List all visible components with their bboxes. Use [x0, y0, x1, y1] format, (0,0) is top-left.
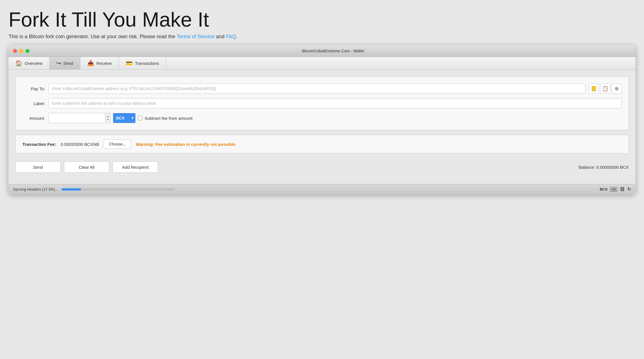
transactions-icon: 💳 — [126, 60, 133, 67]
subtitle-and-word: and — [216, 34, 224, 39]
balance-label: Balance: — [579, 165, 595, 170]
paste-button[interactable]: 📋 — [600, 84, 610, 94]
page-title: Fork It Till You Make It — [8, 8, 636, 31]
clear-address-button[interactable]: ⊗ — [611, 84, 622, 94]
titlebar: BitcoinCobaltExtreme Core - Wallet — [8, 45, 636, 57]
tab-overview-label: Overview — [25, 61, 42, 66]
main-content: Pay To: 📒 📋 ⊗ Label: — [8, 70, 636, 184]
pay-to-buttons: 📒 📋 ⊗ — [589, 84, 622, 94]
send-icon: ↪ — [56, 60, 61, 67]
label-input[interactable] — [48, 98, 622, 108]
toolbar: 🏠 Overview ↪ Send 📥 Receive 💳 Transactio… — [8, 57, 636, 70]
tab-send-label: Send — [63, 61, 73, 66]
status-bar: Syncing Headers (17.3%)... BCX HD ⛓ ↻ — [8, 184, 636, 194]
overview-icon: 🏠 — [15, 60, 22, 67]
label-label: Label: — [22, 101, 45, 106]
close-button[interactable] — [13, 49, 17, 53]
clear-all-button[interactable]: Clear All — [64, 161, 109, 173]
sync-progress-track — [61, 188, 175, 191]
sync-progress-fill — [61, 188, 81, 191]
address-book-icon: 📒 — [591, 86, 597, 92]
hd-badge: HD — [610, 187, 617, 192]
pay-to-label: Pay To: — [22, 86, 45, 91]
wallet-window: BitcoinCobaltExtreme Core - Wallet 🏠 Ove… — [8, 45, 636, 194]
tab-transactions-label: Transactions — [135, 61, 159, 66]
window-title: BitcoinCobaltExtreme Core - Wallet — [35, 49, 631, 53]
amount-input[interactable] — [48, 113, 105, 123]
amount-spinner[interactable]: ▲ ▼ — [105, 113, 111, 123]
currency-select[interactable]: BCX — [113, 113, 136, 123]
action-bar: Send Clear All Add Recipient Balance: 0.… — [15, 158, 629, 177]
subtitle-period: . — [236, 34, 238, 39]
spinner-up-icon: ▲ — [107, 115, 109, 118]
paste-icon: 📋 — [602, 86, 608, 92]
send-form: Pay To: 📒 📋 ⊗ Label: — [15, 76, 629, 130]
fee-box: Transaction Fee: 0.00020000 BCX/kB Choos… — [15, 135, 629, 153]
status-currency-label: BCX — [600, 187, 607, 191]
fee-value: 0.00020000 BCX/kB — [61, 142, 99, 147]
receive-icon: 📥 — [87, 60, 94, 67]
fee-label: Transaction Fee: — [22, 142, 56, 147]
amount-controls: ▲ ▼ BCX ⬍ Subtract fee from amount — [48, 113, 192, 123]
page-subtitle: This is a Bitcoin fork coin generator. U… — [8, 34, 636, 40]
maximize-button[interactable] — [25, 49, 29, 53]
subtract-fee-checkbox[interactable] — [138, 116, 142, 120]
currency-select-wrap: BCX ⬍ — [113, 113, 136, 123]
network-icon[interactable]: ⛓ — [620, 187, 624, 192]
sync-status-text: Syncing Headers (17.3%)... — [13, 187, 58, 191]
choose-fee-button[interactable]: Choose... — [104, 140, 131, 149]
tab-overview[interactable]: 🏠 Overview — [8, 57, 50, 69]
pay-to-input[interactable] — [48, 84, 585, 94]
amount-label: Amount: — [22, 116, 45, 121]
amount-input-wrap: ▲ ▼ — [48, 113, 111, 123]
subtract-fee-label[interactable]: Subtract fee from amount — [138, 116, 192, 121]
spinner-down-icon: ▼ — [107, 118, 109, 121]
refresh-icon[interactable]: ↻ — [627, 187, 631, 192]
clear-address-icon: ⊗ — [615, 86, 619, 92]
pay-to-row: Pay To: 📒 📋 ⊗ — [22, 84, 622, 94]
add-recipient-button[interactable]: Add Recipient — [113, 161, 158, 173]
minimize-button[interactable] — [19, 49, 23, 53]
tab-transactions[interactable]: 💳 Transactions — [119, 57, 166, 69]
label-row: Label: — [22, 98, 622, 108]
fee-warning: Warning: Fee estimation is currently not… — [136, 142, 236, 147]
faq-link[interactable]: FAQ — [226, 34, 236, 39]
terms-of-service-link[interactable]: Terms of Service — [177, 34, 215, 39]
subtitle-text: This is a Bitcoin fork coin generator. U… — [8, 34, 175, 39]
tab-send[interactable]: ↪ Send — [50, 57, 80, 69]
send-button[interactable]: Send — [15, 161, 61, 173]
tab-receive[interactable]: 📥 Receive — [80, 57, 119, 69]
balance-value: 0.00000000 BCX — [596, 165, 629, 170]
tab-receive-label: Receive — [97, 61, 112, 66]
window-controls — [13, 49, 29, 53]
subtract-fee-text: Subtract fee from amount — [145, 116, 192, 121]
balance-display: Balance: 0.00000000 BCX — [579, 165, 629, 170]
status-right: BCX HD ⛓ ↻ — [600, 187, 631, 192]
address-book-button[interactable]: 📒 — [589, 84, 599, 94]
amount-row: Amount: ▲ ▼ BCX ⬍ — [22, 113, 622, 123]
